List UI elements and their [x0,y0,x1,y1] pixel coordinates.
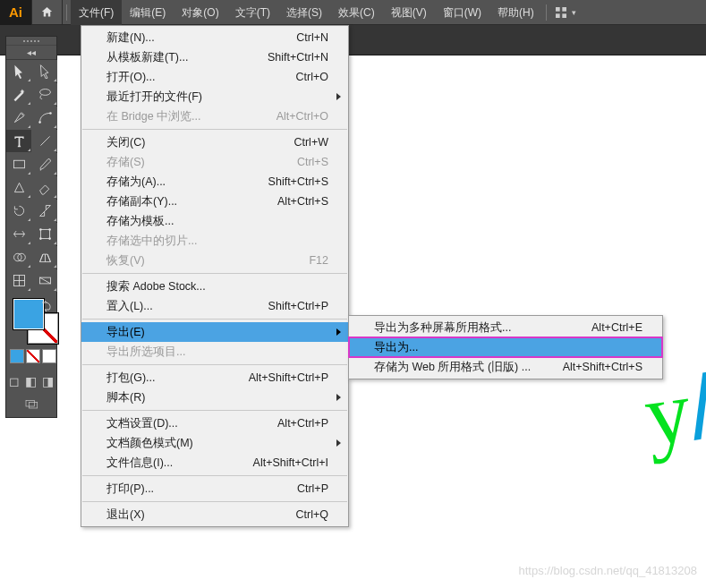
menu-file[interactable]: 文件(F) [71,0,122,25]
menu-item[interactable]: 存储为模板... [81,211,348,231]
menu-item[interactable]: 导出为多种屏幕所用格式...Alt+Ctrl+E [349,318,662,337]
menu-item-label: 置入(L)... [106,299,268,314]
menu-item-shortcut: Ctrl+N [296,31,328,44]
svg-rect-0 [556,7,560,12]
menu-item: 恢复(V)F12 [81,251,348,270]
magic-wand-tool[interactable] [6,83,31,106]
color-mode-gradient[interactable] [26,349,40,363]
menu-item[interactable]: 新建(N)...Ctrl+N [81,28,348,47]
menu-item-shortcut: Ctrl+O [296,71,328,83]
menu-item[interactable]: 存储为(A)...Shift+Ctrl+S [81,172,348,192]
draw-normal-icon[interactable]: ◻ [9,374,20,388]
menubar-separator [66,4,67,21]
menu-item-label: 文档颜色模式(M) [106,436,328,451]
menu-item[interactable]: 打开(O)...Ctrl+O [81,67,348,87]
scale-tool[interactable] [32,200,57,222]
menu-item[interactable]: 导出(E) [81,322,348,342]
menu-item-shortcut: Ctrl+P [297,482,328,495]
menu-separator [82,129,347,130]
menu-item[interactable]: 文档设置(D)...Alt+Ctrl+P [81,413,348,433]
width-tool[interactable] [6,223,31,245]
menu-item[interactable]: 搜索 Adobe Stock... [81,277,348,296]
menu-object[interactable]: 对象(O) [174,0,226,25]
svg-point-10 [39,237,42,240]
menu-item-label: 文档设置(D)... [106,416,277,431]
menu-item-label: 存储为(A)... [106,175,268,190]
color-mode-fill[interactable] [10,349,24,363]
menu-separator [82,410,347,411]
shape-builder-tool[interactable] [6,246,31,268]
gradient-tool[interactable] [32,269,57,292]
menu-item-label: 退出(X) [106,507,296,523]
lasso-tool[interactable] [32,83,57,106]
svg-rect-3 [562,13,566,18]
collapse-toggle[interactable]: ◂◂ [6,46,56,60]
menu-item-label: 导出(E) [106,325,328,340]
menu-item-shortcut: Ctrl+Q [296,508,328,521]
rotate-tool[interactable] [6,200,31,222]
tools-panel: ◂◂ ◻ ◧ ◨ [5,36,57,418]
color-mode-none[interactable] [42,349,56,363]
menu-item-label: 搜索 Adobe Stock... [106,279,328,294]
menu-item: 存储选中的切片... [81,231,348,251]
menu-item[interactable]: 文件信息(I)...Alt+Shift+Ctrl+I [81,453,348,473]
menu-item: 导出所选项目... [81,342,348,362]
eraser-tool[interactable] [32,176,57,199]
workspace-switcher[interactable]: ▾ [554,5,576,20]
menu-item[interactable]: 退出(X)Ctrl+Q [81,505,348,524]
menu-item-shortcut: Alt+Ctrl+E [591,321,642,334]
draw-behind-icon[interactable]: ◧ [25,374,37,388]
menu-item-label: 导出为... [374,340,642,355]
menu-item[interactable]: 最近打开的文件(F) [81,87,348,107]
menu-separator [82,501,347,502]
pen-tool[interactable] [6,107,31,129]
menu-item[interactable]: 关闭(C)Ctrl+W [81,132,348,152]
swap-colors-icon[interactable] [40,299,51,310]
home-button[interactable] [32,0,63,25]
svg-rect-2 [556,13,560,18]
menu-item-shortcut: Shift+Ctrl+N [268,51,328,64]
menu-item-label: 导出所选项目... [106,345,328,360]
menu-type[interactable]: 文字(T) [227,0,278,25]
menu-item[interactable]: 文档颜色模式(M) [81,433,348,453]
curvature-tool[interactable] [32,107,57,129]
menu-item[interactable]: 导出为... [349,337,662,357]
line-segment-tool[interactable] [32,130,57,152]
menu-window[interactable]: 窗口(W) [435,0,489,25]
menu-item[interactable]: 从模板新建(T)...Shift+Ctrl+N [81,47,348,67]
rectangle-tool[interactable] [6,153,31,175]
svg-rect-16 [26,400,34,406]
perspective-grid-tool[interactable] [32,246,57,268]
svg-rect-1 [562,7,566,12]
svg-point-5 [49,112,52,115]
submenu-arrow-icon [336,439,341,447]
menu-item[interactable]: 打印(P)...Ctrl+P [81,479,348,499]
menu-item[interactable]: 打包(G)...Alt+Shift+Ctrl+P [81,368,348,388]
menu-item[interactable]: 脚本(R) [81,388,348,407]
svg-point-9 [48,228,51,231]
menu-item[interactable]: 存储副本(Y)...Alt+Ctrl+S [81,192,348,211]
mesh-tool[interactable] [6,269,31,292]
menu-help[interactable]: 帮助(H) [489,0,542,25]
menu-view[interactable]: 视图(V) [383,0,435,25]
menu-item[interactable]: 置入(L)...Shift+Ctrl+P [81,296,348,316]
paintbrush-tool[interactable] [32,153,57,175]
direct-selection-tool[interactable] [32,60,57,82]
panel-grip[interactable] [6,37,56,46]
screen-mode-button[interactable] [6,397,56,412]
free-transform-tool[interactable] [32,223,57,245]
app-logo: Ai [0,0,32,25]
shaper-tool[interactable] [6,176,31,199]
selection-tool[interactable] [6,60,31,82]
fill-color-swatch[interactable] [13,299,44,329]
menu-item-label: 存储副本(Y)... [106,194,277,209]
menu-item-shortcut: F12 [309,254,328,267]
menu-edit[interactable]: 编辑(E) [122,0,174,25]
draw-inside-icon[interactable]: ◨ [42,374,54,388]
menu-effect[interactable]: 效果(C) [330,0,383,25]
menu-item-label: 打印(P)... [106,481,297,497]
menu-item[interactable]: 存储为 Web 所用格式 (旧版) ...Alt+Shift+Ctrl+S [349,357,662,377]
menu-item-shortcut: Alt+Shift+Ctrl+S [563,361,642,373]
menu-select[interactable]: 选择(S) [278,0,330,25]
type-tool[interactable] [6,130,31,152]
